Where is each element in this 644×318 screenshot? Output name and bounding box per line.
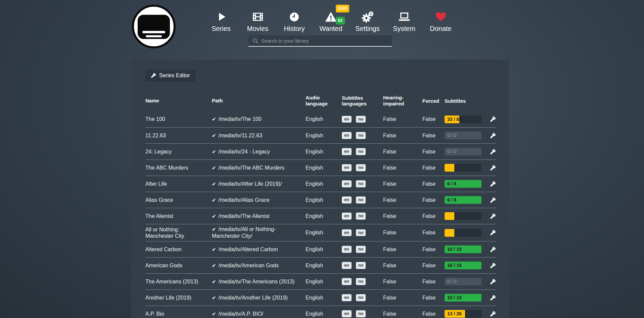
forced-value: False	[422, 279, 445, 285]
nav-item-system[interactable]: System	[386, 10, 422, 33]
edit-series-button[interactable]	[490, 230, 498, 236]
search-input[interactable]	[248, 35, 392, 46]
wanted-series-badge: 2246	[336, 5, 350, 12]
subtitles-cell: 0 / 0	[445, 278, 490, 285]
path-text: /media/tv/11.22.63	[219, 133, 262, 138]
series-editor-button[interactable]: Series Editor	[145, 70, 195, 82]
series-path: ✔/media/tv/All or Nothing- Manchester Ci…	[212, 226, 306, 239]
subtitles-languages: en no	[342, 278, 383, 285]
audio-language: English	[306, 197, 342, 203]
subtitles-progress: 10 / 10	[445, 245, 481, 253]
check-icon: ✔	[212, 226, 216, 232]
subtitles-cell: 16 / 16	[445, 262, 490, 269]
edit-series-button[interactable]	[490, 165, 498, 171]
nav-label: Donate	[422, 25, 459, 33]
nav-item-donate[interactable]: Donate	[422, 10, 459, 33]
subtitles-progress	[445, 164, 481, 172]
edit-series-button[interactable]	[490, 213, 498, 219]
audio-language: English	[306, 311, 342, 317]
subtitles-cell: 10 / 10	[445, 245, 490, 253]
nav-item-settings[interactable]: Settings	[349, 10, 386, 33]
forced-value: False	[422, 230, 445, 236]
path-text: /media/tv/The Americans (2013)	[219, 279, 295, 284]
wrench-icon	[490, 165, 496, 171]
series-path: ✔/media/tv/24 - Legacy	[212, 148, 306, 155]
check-icon: ✔	[212, 149, 216, 154]
edit-series-button[interactable]	[490, 295, 498, 301]
progress-text: 13 / 26	[447, 310, 462, 318]
wrench-icon	[490, 133, 496, 139]
library-search	[248, 35, 392, 47]
path-text: /media/tv/A.P. BIO/	[219, 311, 264, 317]
heart-icon	[422, 10, 459, 24]
wrench-icon	[151, 73, 156, 78]
subtitles-languages: en no	[342, 132, 383, 139]
nav-label: System	[386, 25, 422, 33]
edit-series-button[interactable]	[490, 197, 498, 203]
progress-text: 0 / 0	[447, 148, 456, 155]
subtitles-languages: en no	[342, 180, 383, 187]
language-badge: no	[356, 246, 366, 253]
subtitles-cell: 6 / 6	[445, 196, 490, 204]
subtitles-languages: en no	[342, 148, 383, 155]
bazarr-logo[interactable]	[132, 5, 176, 48]
hearing-impaired-value: False	[383, 213, 422, 219]
subtitles-languages: en no	[342, 246, 383, 253]
wrench-icon	[490, 149, 496, 155]
series-path: ✔/media/tv/Altered Carbon	[212, 246, 306, 253]
series-name: The ABC Murders	[145, 165, 212, 171]
audio-language: English	[306, 294, 342, 301]
audio-language: English	[306, 132, 342, 139]
subtitles-languages: en no	[342, 196, 383, 203]
progress-text: 0 / 0	[447, 278, 456, 285]
check-icon: ✔	[212, 181, 216, 187]
header-subtitles-languages: Subtitles languages	[342, 95, 383, 106]
forced-value: False	[422, 181, 445, 187]
audio-language: English	[306, 148, 342, 155]
table-row: After Life ✔/media/tv/After Life (2019)/…	[145, 176, 497, 192]
nav-item-movies[interactable]: Movies	[239, 10, 276, 33]
nav-label: History	[276, 25, 313, 33]
edit-series-button[interactable]	[490, 181, 498, 187]
series-editor-panel: Series Editor Name Path Audio language S…	[131, 59, 509, 318]
language-badge: no	[356, 148, 366, 155]
progress-text: 10 / 10	[447, 245, 462, 253]
wrench-icon	[490, 263, 496, 269]
subtitles-progress: 33 / 84	[445, 116, 481, 123]
subtitles-languages: en no	[342, 310, 383, 317]
series-name: A.P. Bio	[145, 311, 212, 317]
hearing-impaired-value: False	[383, 116, 422, 122]
series-path: ✔/media/tv/11.22.63	[212, 132, 306, 139]
edit-series-button[interactable]	[490, 311, 498, 317]
header-subtitles: Subtitles	[445, 98, 490, 104]
nav-item-history[interactable]: History	[276, 10, 313, 33]
hearing-impaired-value: False	[383, 262, 422, 269]
check-icon: ✔	[212, 246, 216, 252]
edit-series-button[interactable]	[490, 149, 498, 155]
subtitles-progress: 6 / 6	[445, 180, 481, 188]
edit-series-button[interactable]	[490, 116, 498, 122]
nav-item-wanted[interactable]: Wanted 2246 62	[313, 10, 349, 33]
progress-fill	[445, 229, 454, 237]
path-text: /media/tv/All or Nothing- Manchester Cit…	[212, 226, 276, 239]
language-badge: no	[356, 310, 366, 317]
table-row: The Americans (2013) ✔/media/tv/The Amer…	[145, 273, 497, 289]
subtitles-progress: 6 / 6	[445, 196, 481, 204]
check-icon: ✔	[212, 213, 216, 219]
progress-text: 0 / 0	[447, 132, 456, 139]
forced-value: False	[422, 165, 445, 171]
subtitles-cell	[445, 229, 490, 237]
table-row: The 100 ✔/media/tv/The 100 English en no…	[145, 111, 497, 127]
edit-series-button[interactable]	[490, 279, 498, 285]
wrench-icon	[490, 311, 496, 317]
subtitles-cell: 13 / 26	[445, 310, 490, 318]
edit-series-button[interactable]	[490, 263, 498, 269]
series-name: Another Life (2019)	[145, 294, 212, 301]
edit-series-button[interactable]	[490, 246, 498, 253]
nav-item-series[interactable]: Series	[203, 10, 239, 33]
gears-icon	[349, 10, 386, 24]
edit-series-button[interactable]	[490, 133, 498, 139]
wanted-movies-badge: 62	[336, 17, 345, 25]
wrench-icon	[490, 181, 496, 187]
audio-language: English	[306, 246, 342, 253]
